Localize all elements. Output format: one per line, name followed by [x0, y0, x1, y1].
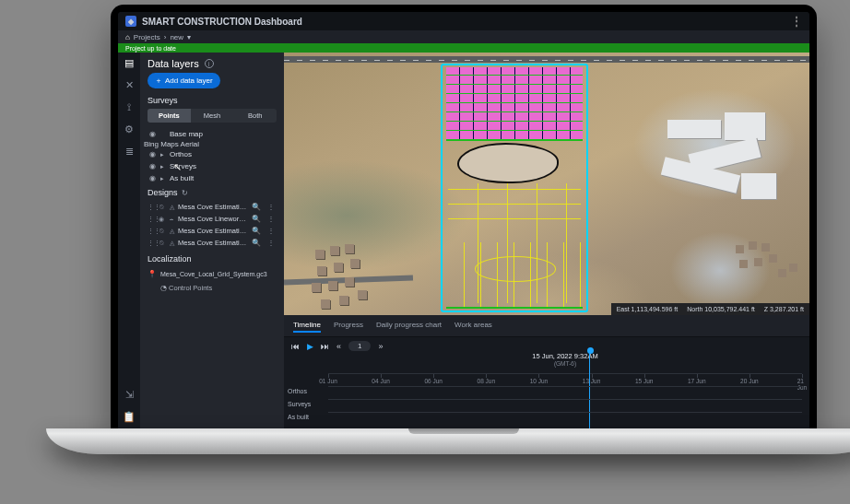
timeline-axis[interactable]: 01 Jun04 Jun06 Jun08 Jun10 Jun13 Jun15 J… — [328, 373, 802, 386]
forward-icon[interactable]: » — [378, 342, 383, 351]
coord-readout: East 1,113,494.596 ft North 10,035,792.4… — [611, 303, 809, 315]
rail-section-icon[interactable]: ⟟ — [123, 100, 136, 113]
localization-section-title: Localization — [140, 254, 284, 267]
survey-item-label: As built — [170, 174, 277, 182]
visibility-off-icon[interactable]: ⦰ — [158, 204, 165, 211]
rewind-icon[interactable]: « — [336, 342, 341, 351]
survey-item-asbuilt[interactable]: ◉ ▸ As built — [144, 172, 280, 184]
bottom-tabs: Timeline Progress Daily progress chart W… — [284, 315, 809, 337]
tab-work-areas[interactable]: Work areas — [455, 319, 492, 333]
survey-item-basemap[interactable]: ◉ Base map — [144, 128, 280, 140]
localization-file-row[interactable]: 📍 Mesa_Cove_Local_Grid_System.gc3 — [140, 267, 284, 281]
zoom-icon[interactable]: 🔍 — [250, 239, 263, 247]
eye-icon[interactable]: ◉ — [148, 130, 157, 138]
app-logo: ◆ — [125, 16, 136, 27]
drag-icon[interactable]: ⋮⋮ — [148, 216, 155, 223]
timeline-row-asbuilt[interactable]: As built — [328, 412, 802, 425]
timeline-tick-label: 15 Jun — [635, 378, 654, 384]
header-menu-icon[interactable]: ⋮ — [791, 15, 802, 28]
row-menu-icon[interactable]: ⋮ — [266, 215, 277, 223]
phase-2-lots — [448, 242, 581, 307]
chevron-right-icon[interactable]: ▸ — [160, 163, 166, 170]
survey-item-surveys[interactable]: ◉ ▸ Surveys ↖ — [144, 160, 280, 172]
pin-icon: 📍 — [148, 270, 157, 278]
timeline-tick-label: 20 Jun — [740, 378, 759, 384]
linework-icon: ⫠ — [168, 216, 175, 222]
zoom-icon[interactable]: 🔍 — [250, 203, 263, 211]
rail-list-icon[interactable]: ≣ — [123, 145, 136, 158]
drag-icon[interactable]: ⋮⋮ — [148, 204, 155, 211]
add-data-layer-button[interactable]: ＋ Add data layer — [148, 73, 220, 88]
timeline[interactable]: 15 Jun, 2022 9:32AM (GMT-6) 01 Jun04 Jun… — [284, 355, 809, 430]
chevron-right-icon[interactable]: ▸ — [160, 151, 166, 158]
timeline-tick-label: 10 Jun — [530, 378, 549, 384]
designs-tree: ⋮⋮ ⦰ ◬ Mesa Cove Estimating 051... 🔍 ⋮ ⋮… — [140, 201, 284, 249]
eye-icon[interactable]: ◉ — [158, 216, 165, 223]
home-icon[interactable]: ⌂ — [125, 33, 130, 41]
design-row[interactable]: ⋮⋮ ⦰ ◬ Mesa Cove Estimating 051... 🔍 ⋮ — [144, 225, 280, 237]
designs-title-text: Designs — [148, 188, 178, 197]
tab-daily-progress[interactable]: Daily progress chart — [376, 319, 442, 333]
timeline-tick-label: 06 Jun — [424, 378, 443, 384]
visibility-off-icon[interactable]: ⦰ — [158, 240, 165, 247]
timeline-row-surveys[interactable]: Surveys — [328, 399, 802, 412]
rail-layers-icon[interactable]: ▤ — [123, 56, 136, 69]
design-row[interactable]: ⋮⋮ ◉ ⫠ Mesa Cove Linework.dxf 🔍 ⋮ — [144, 213, 280, 225]
basemap-source: Bing Maps Aerial — [144, 140, 280, 148]
breadcrumb-sep: › — [164, 33, 167, 41]
rail-settings-icon[interactable]: ⚙ — [123, 123, 136, 135]
seg-both[interactable]: Both — [233, 109, 277, 123]
app-header: ◆ SMART CONSTRUCTION Dashboard ⋮ — [118, 12, 809, 30]
row-menu-icon[interactable]: ⋮ — [266, 203, 277, 211]
visibility-off-icon[interactable]: ⦰ — [158, 228, 165, 235]
design-label: Mesa Cove Estimating 051... — [178, 203, 247, 211]
drag-icon[interactable]: ⋮⋮ — [148, 228, 155, 235]
breadcrumb-current[interactable]: new — [170, 33, 183, 41]
skip-end-icon[interactable]: ⏭ — [321, 342, 329, 351]
add-data-layer-label: Add data layer — [165, 76, 213, 85]
side-panel: Data layers i ＋ Add data layer Surveys P… — [140, 53, 284, 430]
tab-timeline[interactable]: Timeline — [293, 319, 321, 333]
timeline-row-label: As built — [288, 414, 309, 420]
laptop-base — [46, 428, 850, 454]
map-viewport[interactable]: East 1,113,494.596 ft North 10,035,792.4… — [284, 53, 809, 315]
eye-icon[interactable]: ◉ — [148, 150, 157, 158]
breadcrumb: ⌂ Projects › new ▾ — [118, 30, 809, 43]
rail-measure-icon[interactable]: ✕ — [123, 78, 136, 91]
design-row[interactable]: ⋮⋮ ⦰ ◬ Mesa Cove Estimating 051... 🔍 ⋮ — [144, 201, 280, 213]
localization-file: Mesa_Cove_Local_Grid_System.gc3 — [160, 271, 267, 277]
survey-item-orthos[interactable]: ◉ ▸ Orthos — [144, 148, 280, 160]
east-value: 1,113,494.596 ft — [632, 306, 679, 312]
seg-mesh[interactable]: Mesh — [191, 109, 234, 123]
surface-icon: ◬ — [168, 228, 175, 235]
survey-item-label: Orthos — [170, 150, 277, 158]
design-row[interactable]: ⋮⋮ ⦰ ◬ Mesa Cove Estimating 051... 🔍 ⋮ — [144, 237, 280, 249]
zoom-icon[interactable]: 🔍 — [250, 215, 263, 223]
survey-item-label: Base map — [170, 130, 277, 138]
rail-clipboard-icon[interactable]: 📋 — [123, 410, 136, 423]
east-label: East — [617, 306, 630, 312]
row-menu-icon[interactable]: ⋮ — [266, 239, 277, 247]
rail-export-icon[interactable]: ⇲ — [123, 388, 136, 401]
eye-icon[interactable]: ◉ — [148, 174, 157, 182]
timeline-tick-label: 08 Jun — [478, 378, 496, 384]
seg-points[interactable]: Points — [148, 109, 191, 123]
control-points-row[interactable]: ◔ Control Points — [140, 281, 284, 295]
skip-start-icon[interactable]: ⏮ — [291, 342, 300, 351]
play-icon[interactable]: ▶ — [307, 342, 313, 351]
zoom-icon[interactable]: 🔍 — [250, 227, 263, 235]
info-icon[interactable]: i — [205, 59, 214, 68]
drag-icon[interactable]: ⋮⋮ — [148, 240, 155, 247]
history-icon[interactable]: ↻ — [182, 189, 188, 197]
z-value: 3,287.201 ft — [770, 306, 804, 312]
breadcrumb-root[interactable]: Projects — [134, 33, 160, 41]
timeline-row-orthos[interactable]: Orthos — [328, 386, 802, 399]
tab-progress[interactable]: Progress — [334, 319, 363, 333]
design-label: Mesa Cove Estimating 051... — [178, 227, 247, 235]
chevron-right-icon[interactable]: ▸ — [160, 175, 166, 182]
subdivision-east — [734, 241, 804, 287]
app-window: ◆ SMART CONSTRUCTION Dashboard ⋮ ⌂ Proje… — [118, 12, 809, 430]
row-menu-icon[interactable]: ⋮ — [266, 227, 277, 235]
eye-icon[interactable]: ◉ — [148, 162, 157, 170]
breadcrumb-chevron-icon[interactable]: ▾ — [187, 33, 191, 41]
